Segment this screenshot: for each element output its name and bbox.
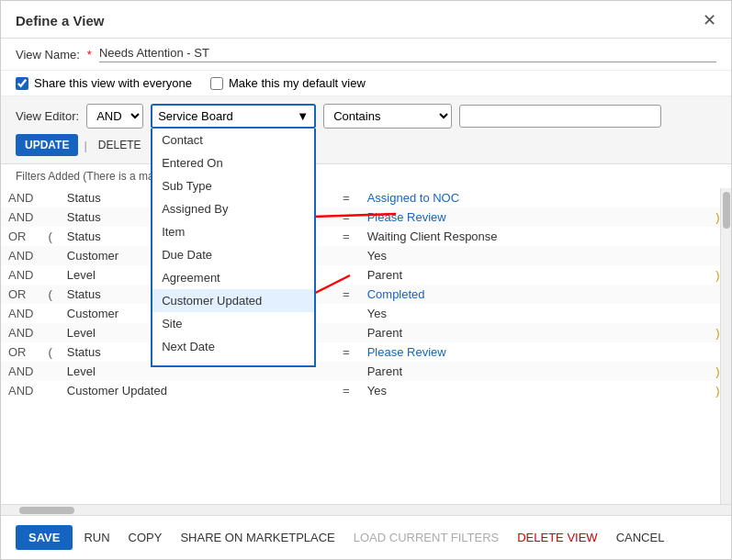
filter-value: Parent [360, 265, 709, 285]
filter-value: Yes [360, 246, 709, 265]
scrollbar-thumb [723, 192, 730, 229]
filter-paren-open [40, 362, 59, 381]
dropdown-item[interactable]: Agreement [152, 266, 314, 289]
filter-field: Customer Updated [60, 381, 332, 400]
filter-value: Yes [360, 304, 709, 323]
table-row: AND Customer Yes [1, 304, 731, 323]
filter-paren-open: ( [40, 285, 59, 304]
copy-button[interactable]: COPY [121, 525, 170, 550]
dropdown-item[interactable]: Entered On [152, 151, 314, 174]
dropdown-item-customer-updated[interactable]: Customer Updated [152, 289, 314, 312]
dropdown-item[interactable]: Item [152, 220, 314, 243]
filter-paren-open: ( [40, 227, 59, 246]
delete-view-button[interactable]: DELETE VIEW [510, 525, 604, 550]
close-button[interactable]: ✕ [703, 10, 716, 30]
filter-logic: AND [1, 323, 40, 342]
share-label: Share this view with everyone [34, 76, 192, 90]
filter-value: Please Review [360, 342, 709, 362]
table-row: AND Status = Assigned to NOC [1, 188, 731, 207]
view-name-underline [99, 46, 716, 62]
filter-logic: AND [1, 265, 40, 285]
default-checkbox[interactable] [210, 77, 223, 90]
filter-value: Yes [360, 381, 709, 400]
filter-logic: AND [1, 246, 40, 265]
dropdown-item[interactable]: Contact [152, 129, 314, 151]
filter-op: = [332, 381, 360, 400]
table-row: OR ( Status = Please Review [1, 342, 731, 362]
default-label: Make this my default view [229, 76, 366, 90]
table-row: AND Customer Yes [1, 246, 731, 265]
checkboxes-row: Share this view with everyone Make this … [1, 71, 731, 96]
filter-logic: OR [1, 227, 40, 246]
filter-op: = [332, 188, 360, 207]
delete-button[interactable]: DELETE [93, 134, 147, 156]
modal-body: View Editor: AND OR Service Board ▼ Cont… [1, 96, 731, 515]
field-dropdown-value: Service Board [158, 109, 233, 123]
field-dropdown-menu: Contact Entered On Sub Type Assigned By … [151, 129, 316, 367]
filter-paren-open [40, 304, 59, 323]
filter-op [332, 304, 360, 323]
editor-row: View Editor: AND OR Service Board ▼ Cont… [16, 104, 716, 129]
view-name-row: View Name: * [1, 39, 731, 71]
logic-select[interactable]: AND OR [86, 104, 143, 129]
filter-value-input[interactable] [459, 105, 661, 128]
filter-paren-open [40, 246, 59, 265]
dropdown-item[interactable]: Sub Type [152, 174, 314, 197]
table-row: AND Status = Please Review ) [1, 207, 731, 227]
horizontal-scrollbar[interactable] [1, 504, 731, 515]
filter-value: Parent [360, 323, 709, 342]
filters-table-wrapper[interactable]: AND Status = Assigned to NOC AND Status … [1, 188, 731, 504]
vertical-scrollbar[interactable] [720, 188, 731, 504]
bottom-cancel-button[interactable]: CANCEL [609, 525, 672, 550]
default-checkbox-label[interactable]: Make this my default view [210, 76, 366, 90]
filter-op: = [332, 207, 360, 227]
filter-logic: AND [1, 381, 40, 400]
filter-value: Completed [360, 285, 709, 304]
filter-logic: AND [1, 362, 40, 381]
table-row: AND Level Parent ) [1, 265, 731, 285]
field-dropdown-trigger[interactable]: Service Board ▼ [151, 104, 316, 129]
table-row: OR ( Status = Waiting Client Response [1, 227, 731, 246]
filter-paren-open: ( [40, 342, 59, 362]
filters-header: Filters Added (There is a maxi [1, 164, 731, 188]
filter-value: Waiting Client Response [360, 227, 709, 246]
dropdown-item[interactable]: Site [152, 312, 314, 335]
table-row: AND Customer Updated = Yes )) [1, 381, 731, 400]
bottom-toolbar: SAVE RUN COPY SHARE ON MARKETPLACE LOAD … [1, 515, 731, 559]
filter-logic: AND [1, 304, 40, 323]
view-name-asterisk: * [87, 48, 92, 62]
filter-logic: AND [1, 207, 40, 227]
view-name-input[interactable] [99, 46, 716, 60]
define-a-view-modal: Define a View ✕ View Name: * Share this … [0, 0, 732, 560]
filter-paren-open [40, 265, 59, 285]
share-checkbox-label[interactable]: Share this view with everyone [16, 76, 192, 90]
filter-paren-open [40, 207, 59, 227]
share-marketplace-button[interactable]: SHARE ON MARKETPLACE [173, 525, 342, 550]
filter-value: Please Review [360, 207, 709, 227]
table-row: OR ( Status = Completed [1, 285, 731, 304]
dropdown-item[interactable]: Entered By [152, 358, 314, 367]
condition-select[interactable]: Contains Does Not Contain Equals Not Equ… [323, 104, 452, 129]
filter-paren-open [40, 381, 59, 400]
filter-value: Parent [360, 362, 709, 381]
view-name-label: View Name: [16, 48, 80, 62]
chevron-down-icon: ▼ [297, 109, 309, 123]
editor-section: View Editor: AND OR Service Board ▼ Cont… [1, 96, 731, 164]
table-row: AND Level Parent ) [1, 323, 731, 342]
filter-op: = [332, 227, 360, 246]
filter-logic: OR [1, 342, 40, 362]
load-current-filters-button[interactable]: LOAD CURRENT FILTERS [346, 525, 506, 550]
save-button[interactable]: SAVE [16, 525, 73, 550]
dropdown-item[interactable]: Assigned By [152, 197, 314, 220]
update-button[interactable]: UPDATE [16, 134, 78, 156]
filter-logic: AND [1, 188, 40, 207]
filter-op [332, 265, 360, 285]
share-checkbox[interactable] [16, 77, 28, 90]
dropdown-item[interactable]: Due Date [152, 243, 314, 266]
filter-paren-open [40, 323, 59, 342]
field-dropdown-container: Service Board ▼ Contact Entered On Sub T… [151, 104, 316, 129]
dropdown-item[interactable]: Next Date [152, 335, 314, 358]
run-button[interactable]: RUN [76, 525, 117, 550]
filter-paren-open [40, 188, 59, 207]
editor-label: View Editor: [16, 109, 79, 123]
